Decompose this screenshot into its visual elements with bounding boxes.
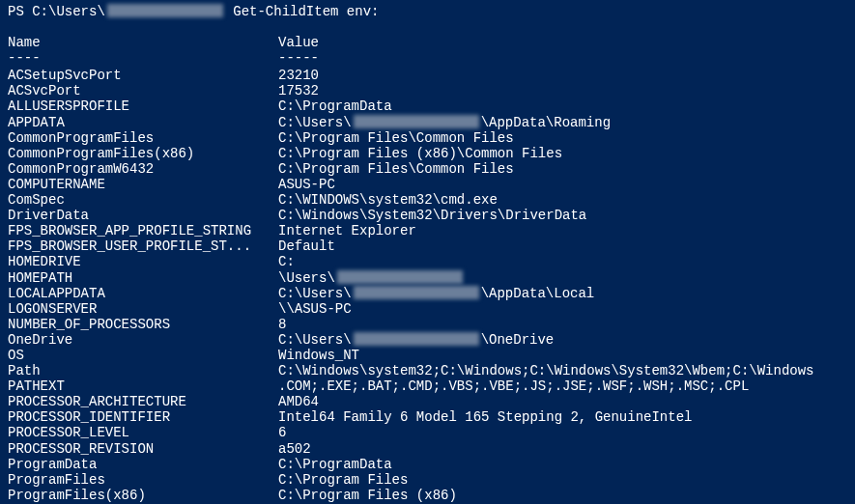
env-var-value: C:\Users\\OneDrive [278,332,847,348]
env-var-value: C:\Program Files [278,472,847,488]
header-name: Name [8,35,278,50]
value-suffix: \AppData\Roaming [481,115,611,130]
env-row: ProgramDataC:\ProgramData [8,457,847,472]
env-row: ALLUSERSPROFILEC:\ProgramData [8,98,847,114]
env-var-name: ProgramData [8,457,278,472]
env-var-value: C:\Program Files (x86) [278,488,847,503]
env-row: FPS_BROWSER_APP_PROFILE_STRINGInternet E… [8,223,847,238]
env-var-name: CommonProgramW6432 [8,161,278,177]
value-suffix: \OneDrive [481,332,555,348]
value-suffix: \AppData\Local [481,286,595,301]
value-prefix: C:\Users\ [278,115,352,130]
env-var-value: ASUS-PC [278,177,847,192]
env-var-value: Default [278,238,847,254]
env-row: PROCESSOR_IDENTIFIERIntel64 Family 6 Mod… [8,409,847,425]
env-var-value: 8 [278,317,847,332]
env-var-name: FPS_BROWSER_APP_PROFILE_STRING [8,223,278,238]
env-var-value: C:\Program Files\Common Files [278,161,847,177]
env-var-value: C:\ProgramData [278,457,847,472]
env-row: COMPUTERNAMEASUS-PC [8,177,847,192]
env-var-name: HOMEDRIVE [8,254,278,269]
header-underline: ---- ----- [8,50,847,66]
env-row: PATHEXT.COM;.EXE;.BAT;.CMD;.VBS;.VBE;.JS… [8,378,847,394]
env-var-name: ProgramFiles(x86) [8,488,278,503]
env-var-value: Internet Explorer [278,223,847,238]
prompt-prefix: PS C:\Users\ [8,4,105,19]
header-value: Value [278,35,847,50]
env-var-value: C: [278,254,847,269]
env-var-name: CommonProgramFiles [8,130,278,146]
env-row: LOGONSERVER\\ASUS-PC [8,301,847,317]
env-var-value: 23210 [278,68,847,83]
header-value-underline: ----- [278,50,847,66]
env-var-value: AMD64 [278,394,847,409]
env-var-name: NUMBER_OF_PROCESSORS [8,317,278,332]
env-row: CommonProgramFiles(x86)C:\Program Files … [8,146,847,161]
env-var-name: COMPUTERNAME [8,177,278,192]
env-var-name: PATHEXT [8,378,278,394]
env-var-value: C:\ProgramData [278,98,847,114]
header-row: Name Value [8,35,847,50]
env-var-name: ALLUSERSPROFILE [8,98,278,114]
env-var-name: ProgramFiles [8,472,278,488]
value-prefix: C:\Users\ [278,286,352,301]
env-row: ProgramFilesC:\Program Files [8,472,847,488]
prompt-line: PS C:\Users\ Get-ChildItem env: [8,4,847,19]
env-var-name: LOGONSERVER [8,301,278,317]
value-prefix: C:\Users\ [278,332,352,348]
env-var-name: PROCESSOR_ARCHITECTURE [8,394,278,409]
env-var-value: \Users\ [278,270,847,286]
env-row: DriverDataC:\Windows\System32\Drivers\Dr… [8,208,847,223]
env-var-value: \\ASUS-PC [278,301,847,317]
env-row: APPDATAC:\Users\\AppData\Roaming [8,115,847,130]
redacted-segment [354,115,479,128]
env-var-value: Windows_NT [278,348,847,363]
env-var-value: .COM;.EXE;.BAT;.CMD;.VBS;.VBE;.JS;.JSE;.… [278,378,847,394]
env-var-value: C:\Program Files (x86)\Common Files [278,146,847,161]
env-row: LOCALAPPDATAC:\Users\\AppData\Local [8,286,847,301]
env-var-name: HOMEPATH [8,270,278,286]
env-row: FPS_BROWSER_USER_PROFILE_ST...Default [8,238,847,254]
env-row: HOMEPATH\Users\ [8,270,847,286]
env-row: PathC:\Windows\system32;C:\Windows;C:\Wi… [8,363,847,378]
env-row: HOMEDRIVEC: [8,254,847,269]
env-row: PROCESSOR_REVISIONa502 [8,441,847,457]
env-row: ACSvcPort17532 [8,83,847,98]
env-row: NUMBER_OF_PROCESSORS8 [8,317,847,332]
env-var-name: PROCESSOR_REVISION [8,441,278,457]
env-var-name: OneDrive [8,332,278,348]
env-row: OneDriveC:\Users\\OneDrive [8,332,847,348]
env-var-value: a502 [278,441,847,457]
env-var-name: Path [8,363,278,378]
env-var-value: 17532 [278,83,847,98]
redacted-segment [354,332,479,346]
output-block: Name Value ---- ----- ACSetupSvcPort2321… [8,35,847,503]
env-row: ComSpecC:\WINDOWS\system32\cmd.exe [8,192,847,208]
env-var-name: CommonProgramFiles(x86) [8,146,278,161]
redacted-segment [337,270,463,284]
env-var-value: C:\Users\\AppData\Roaming [278,115,847,130]
env-var-name: OS [8,348,278,363]
env-row: OSWindows_NT [8,348,847,363]
prompt-command: Get-ChildItem env: [225,4,380,19]
env-row: ACSetupSvcPort23210 [8,68,847,83]
env-rows: ACSetupSvcPort23210ACSvcPort17532ALLUSER… [8,68,847,503]
value-prefix: \Users\ [278,270,335,286]
env-var-value: C:\Windows\system32;C:\Windows;C:\Window… [278,363,847,378]
redacted-segment [354,286,479,299]
redacted-username [107,4,223,17]
env-row: CommonProgramW6432C:\Program Files\Commo… [8,161,847,177]
env-var-value: C:\Users\\AppData\Local [278,286,847,301]
env-var-name: PROCESSOR_IDENTIFIER [8,409,278,425]
env-var-value: 6 [278,425,847,440]
env-var-name: LOCALAPPDATA [8,286,278,301]
env-var-value: Intel64 Family 6 Model 165 Stepping 2, G… [278,409,847,425]
env-row: PROCESSOR_ARCHITECTUREAMD64 [8,394,847,409]
env-row: CommonProgramFilesC:\Program Files\Commo… [8,130,847,146]
env-var-name: FPS_BROWSER_USER_PROFILE_ST... [8,238,278,254]
env-var-value: C:\WINDOWS\system32\cmd.exe [278,192,847,208]
env-var-name: APPDATA [8,115,278,130]
env-var-name: ACSvcPort [8,83,278,98]
env-row: PROCESSOR_LEVEL6 [8,425,847,440]
env-var-name: PROCESSOR_LEVEL [8,425,278,440]
